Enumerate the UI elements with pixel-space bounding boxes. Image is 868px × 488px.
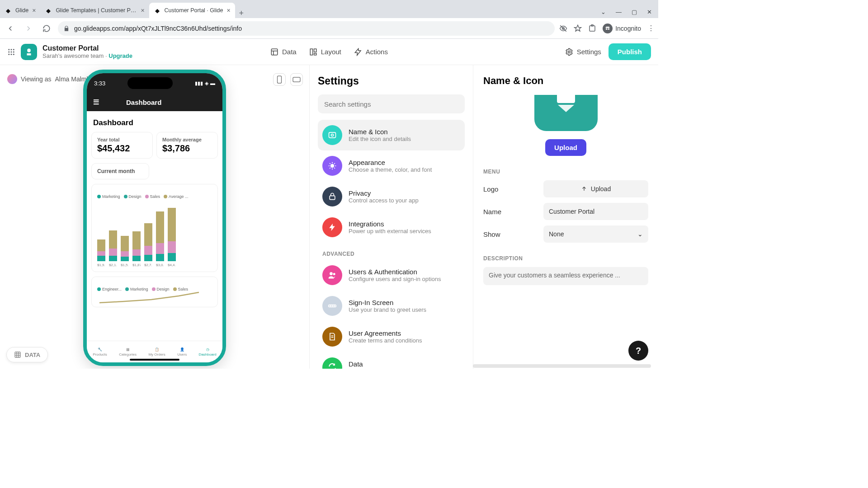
browser-tab-active[interactable]: ◆ Customer Portal · Glide × bbox=[149, 3, 235, 18]
detail-panel: Name & Icon Upload MENU Logo Upload Name… bbox=[473, 65, 658, 369]
help-button[interactable]: ? bbox=[628, 341, 648, 361]
svg-point-10 bbox=[11, 51, 12, 52]
line-chart-icon bbox=[97, 291, 201, 305]
status-bar: 3:33 ▮▮▮◈▬ bbox=[87, 73, 222, 93]
svg-point-12 bbox=[8, 53, 9, 55]
bar bbox=[132, 231, 141, 261]
svg-rect-23 bbox=[293, 77, 300, 82]
settings-item-integrations[interactable]: IntegrationsPower up with external servi… bbox=[318, 212, 465, 243]
legend-item: Marketing bbox=[125, 287, 148, 291]
tab-dashboard[interactable]: ◷Dashboard bbox=[199, 347, 217, 357]
svg-point-14 bbox=[13, 53, 14, 55]
data-pill[interactable]: DATA bbox=[6, 347, 48, 362]
minimize-icon[interactable]: — bbox=[616, 9, 622, 15]
show-select[interactable]: None⌄ bbox=[543, 225, 648, 243]
horizontal-scrollbar[interactable] bbox=[473, 364, 651, 368]
name-input[interactable] bbox=[543, 203, 648, 220]
settings-item-sign-in-screen[interactable]: Sign-In ScreenUse your brand to greet us… bbox=[318, 291, 465, 321]
tab-icon: 📋 bbox=[155, 347, 159, 352]
svg-rect-15 bbox=[271, 49, 278, 55]
show-label: Show bbox=[483, 230, 500, 238]
x-label: $4,4... bbox=[168, 263, 176, 267]
legend-item: Sales bbox=[145, 194, 160, 199]
bookmark-icon[interactable] bbox=[574, 24, 582, 33]
tab-icon: ◷ bbox=[206, 347, 209, 352]
settings-item-users-authentication[interactable]: Users & AuthenticationConfigure users an… bbox=[318, 260, 465, 291]
hamburger-icon[interactable]: ☰ bbox=[93, 98, 99, 106]
chart-2: Engineer...MarketingDesignSales bbox=[91, 277, 218, 307]
signal-icon: ▮▮▮ bbox=[195, 80, 203, 86]
svg-point-7 bbox=[11, 49, 12, 50]
svg-rect-32 bbox=[330, 196, 335, 199]
new-tab-button[interactable]: + bbox=[235, 9, 248, 18]
close-window-icon[interactable]: ✕ bbox=[647, 9, 652, 15]
tab-users[interactable]: 👤Users bbox=[177, 347, 187, 357]
viewing-as[interactable]: Viewing as Alma Malmb bbox=[7, 74, 90, 84]
upload-icon-button[interactable]: Upload bbox=[545, 139, 586, 156]
url-field[interactable]: go.glideapps.com/app/xQt7xJLTl9ncC36n6Uh… bbox=[58, 21, 555, 36]
app-title-block: Customer Portal Sarah's awesome team · U… bbox=[42, 44, 132, 59]
eye-off-icon[interactable] bbox=[559, 24, 567, 33]
apps-grid-icon[interactable] bbox=[7, 48, 15, 56]
settings-item-icon bbox=[322, 217, 342, 237]
notch bbox=[127, 77, 173, 89]
extensions-icon[interactable] bbox=[588, 24, 596, 33]
app-icon[interactable] bbox=[21, 44, 37, 60]
x-label: $3,0... bbox=[156, 263, 164, 267]
glide-favicon-icon: ◆ bbox=[45, 7, 52, 14]
close-icon[interactable]: × bbox=[226, 7, 230, 14]
tab-title: Customer Portal · Glide bbox=[165, 7, 223, 14]
description-input[interactable]: Give your customers a seamless experienc… bbox=[483, 267, 648, 285]
svg-rect-18 bbox=[310, 49, 312, 55]
page-heading: Dashboard bbox=[93, 118, 218, 127]
maximize-icon[interactable]: ▢ bbox=[632, 9, 637, 15]
tab-products[interactable]: 🔧Products bbox=[93, 347, 107, 357]
back-button[interactable] bbox=[4, 22, 17, 35]
tab-categories[interactable]: ▦Categories bbox=[119, 347, 137, 357]
glide-favicon-icon: ◆ bbox=[154, 7, 161, 14]
settings-link[interactable]: Settings bbox=[565, 48, 601, 56]
logo-label: Logo bbox=[483, 185, 498, 193]
bar bbox=[121, 236, 129, 261]
nav-actions[interactable]: Actions bbox=[354, 48, 388, 56]
close-icon[interactable]: × bbox=[32, 7, 36, 14]
tab-search-icon[interactable]: ⌄ bbox=[601, 9, 606, 15]
device-phone-icon[interactable] bbox=[273, 73, 286, 86]
upgrade-link[interactable]: Upgrade bbox=[108, 52, 132, 59]
svg-point-33 bbox=[330, 272, 333, 275]
glide-favicon-icon: ◆ bbox=[5, 7, 12, 14]
tab-my orders[interactable]: 📋My Orders bbox=[148, 347, 165, 357]
settings-item-data[interactable]: DataManage data source and refresh bbox=[318, 352, 465, 369]
close-icon[interactable]: × bbox=[141, 7, 144, 14]
incognito-label: Incognito bbox=[615, 25, 641, 32]
x-label: $1,87... bbox=[132, 263, 141, 267]
forward-button[interactable] bbox=[22, 22, 35, 35]
incognito-badge[interactable]: Incognito bbox=[603, 23, 641, 33]
publish-button[interactable]: Publish bbox=[609, 43, 651, 60]
avatar bbox=[7, 74, 17, 84]
nav-data[interactable]: Data bbox=[270, 48, 297, 56]
settings-item-appearance[interactable]: AppearanceChoose a theme, color, and fon… bbox=[318, 150, 465, 181]
name-label: Name bbox=[483, 208, 501, 216]
legend-item: Design bbox=[152, 287, 170, 291]
nav-layout[interactable]: Layout bbox=[309, 48, 341, 56]
settings-item-privacy[interactable]: PrivacyControl access to your app bbox=[318, 181, 465, 212]
upload-logo-button[interactable]: Upload bbox=[543, 180, 648, 197]
svg-point-37 bbox=[332, 305, 333, 306]
svg-rect-20 bbox=[314, 53, 316, 55]
kebab-menu-icon[interactable]: ⋮ bbox=[647, 24, 655, 33]
reload-button[interactable] bbox=[40, 22, 53, 35]
bar bbox=[168, 208, 176, 261]
settings-item-icon bbox=[322, 265, 342, 285]
tab-icon: 🔧 bbox=[98, 347, 102, 352]
device-desktop-icon[interactable] bbox=[290, 73, 303, 86]
settings-item-name-icon[interactable]: Name & IconEdit the icon and details bbox=[318, 120, 465, 150]
screen-app-bar: ☰ Dashboard bbox=[87, 93, 222, 111]
phone-preview: 3:33 ▮▮▮◈▬ ☰ Dashboard Dashboard Year to… bbox=[83, 70, 226, 366]
wifi-icon: ◈ bbox=[205, 80, 208, 86]
browser-tab[interactable]: ◆ Glide × bbox=[0, 3, 40, 18]
app-name: Customer Portal bbox=[42, 44, 132, 52]
settings-item-user-agreements[interactable]: User AgreementsCreate terms and conditio… bbox=[318, 321, 465, 352]
search-input[interactable] bbox=[318, 94, 465, 113]
browser-tab[interactable]: ◆ Glide Templates | Customer Port × bbox=[40, 3, 149, 18]
